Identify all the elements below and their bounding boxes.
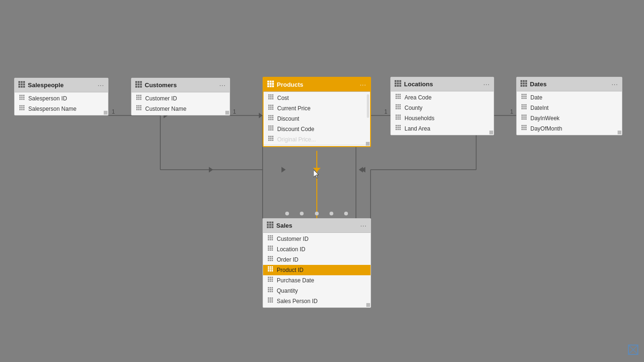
field-original-price[interactable]: Original Price...: [264, 134, 370, 145]
svg-rect-227: [272, 222, 273, 223]
table-salespeople[interactable]: Salespeople ··· Salesperson ID Salespers…: [14, 78, 108, 115]
connection-dot: [315, 212, 319, 215]
svg-rect-165: [396, 116, 397, 118]
svg-rect-76: [138, 107, 140, 108]
table-dates[interactable]: Dates ··· Date DateInt DayInWeek DayOfMo…: [516, 77, 622, 135]
field-sales-order-id[interactable]: Order ID: [263, 255, 371, 265]
svg-rect-68: [140, 97, 141, 98]
svg-rect-41: [23, 97, 25, 98]
field-date[interactable]: Date: [517, 92, 622, 103]
svg-marker-4: [209, 167, 213, 173]
resize-handle[interactable]: [225, 111, 229, 115]
field-icon: [521, 94, 528, 101]
field-sales-product-id[interactable]: Product ID: [263, 265, 371, 275]
field-salesperson-name[interactable]: Salesperson Name: [15, 104, 108, 114]
svg-rect-218: [525, 125, 527, 126]
table-products[interactable]: Products ··· Cost Current Price Discount…: [263, 77, 371, 147]
svg-rect-43: [21, 99, 23, 100]
svg-rect-190: [523, 94, 525, 95]
field-dayinweek[interactable]: DayInWeek: [517, 113, 622, 123]
field-customer-id[interactable]: Customer ID: [132, 93, 230, 104]
svg-rect-46: [21, 105, 23, 107]
resize-handle[interactable]: [489, 131, 493, 134]
svg-rect-147: [396, 96, 397, 97]
svg-rect-242: [272, 239, 273, 240]
table-locations[interactable]: Locations ··· Area Code County Household…: [390, 77, 494, 135]
svg-marker-297: [314, 170, 319, 178]
svg-rect-275: [272, 279, 273, 280]
svg-rect-127: [270, 136, 272, 137]
field-households[interactable]: Households: [391, 113, 494, 123]
scrollbar[interactable]: [367, 94, 369, 118]
svg-rect-259: [270, 260, 271, 261]
table-menu-dates[interactable]: ···: [611, 81, 618, 88]
table-menu-customers[interactable]: ···: [219, 82, 226, 89]
field-discount-code[interactable]: Discount Code: [264, 124, 370, 134]
mouse-cursor: [314, 170, 319, 178]
field-dayofmonth[interactable]: DayOfMonth: [517, 123, 622, 134]
svg-rect-69: [136, 99, 138, 100]
field-sales-customer-id[interactable]: Customer ID: [263, 234, 371, 244]
table-menu-salespeople[interactable]: ···: [98, 82, 104, 89]
table-grid-icon: [395, 80, 401, 88]
field-dateint[interactable]: DateInt: [517, 103, 622, 113]
table-customers[interactable]: Customers ··· Customer ID Customer Name: [131, 78, 230, 115]
svg-rect-145: [397, 94, 399, 95]
svg-rect-128: [272, 136, 273, 137]
field-sales-location-id[interactable]: Location ID: [263, 244, 371, 255]
svg-rect-92: [272, 94, 273, 96]
field-sales-quantity[interactable]: Quantity: [263, 286, 371, 296]
field-salesperson-id[interactable]: Salesperson ID: [15, 93, 108, 104]
resize-handle[interactable]: [366, 303, 370, 307]
field-cost[interactable]: Cost: [264, 93, 370, 103]
field-county[interactable]: County: [391, 103, 494, 113]
svg-rect-119: [272, 125, 273, 127]
field-name: Date: [530, 94, 542, 101]
field-name: Households: [405, 115, 434, 122]
field-area-code[interactable]: Area Code: [391, 92, 494, 103]
svg-rect-56: [140, 81, 142, 83]
field-icon: [268, 94, 274, 102]
svg-marker-11: [313, 168, 321, 172]
field-icon: [268, 277, 274, 284]
svg-rect-181: [523, 80, 525, 82]
svg-rect-232: [269, 226, 271, 228]
field-current-price[interactable]: Current Price: [264, 103, 370, 114]
svg-rect-171: [396, 125, 397, 126]
svg-rect-150: [396, 98, 397, 99]
svg-rect-237: [268, 237, 269, 239]
table-sales[interactable]: Sales ··· Customer ID Location ID Order …: [263, 218, 371, 308]
resize-handle[interactable]: [618, 131, 621, 134]
field-customer-name[interactable]: Customer Name: [132, 104, 230, 114]
svg-rect-169: [397, 118, 399, 120]
field-land-area[interactable]: Land Area: [391, 123, 494, 134]
svg-rect-64: [138, 95, 140, 96]
svg-rect-239: [272, 237, 273, 239]
svg-marker-21: [361, 167, 365, 173]
table-body-customers: Customer ID Customer Name: [132, 92, 230, 115]
svg-rect-55: [138, 81, 140, 83]
svg-rect-244: [270, 246, 271, 247]
svg-rect-82: [270, 81, 272, 82]
field-name: Customer ID: [145, 95, 177, 102]
diagram-canvas: 1 1 1 1: [0, 0, 644, 362]
svg-rect-49: [21, 107, 23, 108]
field-discount[interactable]: Discount: [264, 114, 370, 124]
table-menu-sales[interactable]: ···: [360, 222, 367, 229]
field-sales-purchase-date[interactable]: Purchase Date: [263, 275, 371, 286]
field-icon: [268, 136, 274, 143]
table-menu-locations[interactable]: ···: [483, 81, 490, 88]
connection-dot: [330, 212, 333, 215]
table-menu-products[interactable]: ···: [360, 81, 366, 88]
field-icon: [136, 105, 142, 113]
resize-handle[interactable]: [366, 142, 370, 146]
svg-rect-254: [272, 256, 273, 257]
resize-handle[interactable]: [104, 111, 107, 115]
field-sales-person-id[interactable]: Sales Person ID: [263, 296, 371, 306]
svg-rect-178: [397, 129, 399, 130]
svg-rect-34: [21, 86, 23, 88]
svg-rect-286: [270, 291, 271, 292]
svg-rect-83: [272, 81, 274, 82]
svg-rect-296: [272, 301, 273, 303]
svg-rect-210: [521, 116, 523, 118]
